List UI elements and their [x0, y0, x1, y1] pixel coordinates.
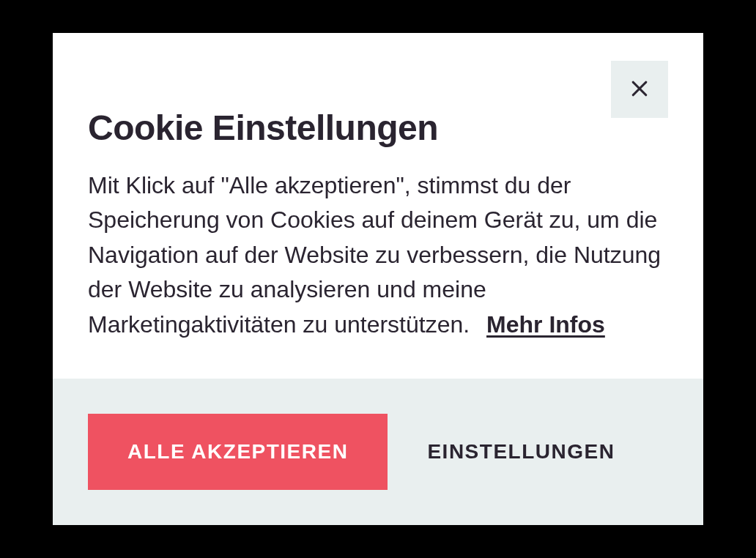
modal-title: Cookie Einstellungen — [88, 108, 668, 148]
close-icon — [629, 78, 651, 102]
modal-footer: ALLE AKZEPTIEREN EINSTELLUNGEN — [53, 379, 703, 525]
cookie-settings-modal: Cookie Einstellungen Mit Klick auf "Alle… — [53, 33, 703, 525]
settings-button[interactable]: EINSTELLUNGEN — [412, 414, 629, 490]
more-info-link[interactable]: Mehr Infos — [486, 311, 605, 338]
close-button[interactable] — [611, 61, 668, 118]
accept-all-button[interactable]: ALLE AKZEPTIEREN — [88, 414, 388, 490]
modal-header: Cookie Einstellungen — [53, 33, 703, 148]
modal-body: Mit Klick auf "Alle akzeptieren", stimms… — [53, 148, 703, 379]
modal-description: Mit Klick auf "Alle akzeptieren", stimms… — [88, 168, 668, 342]
